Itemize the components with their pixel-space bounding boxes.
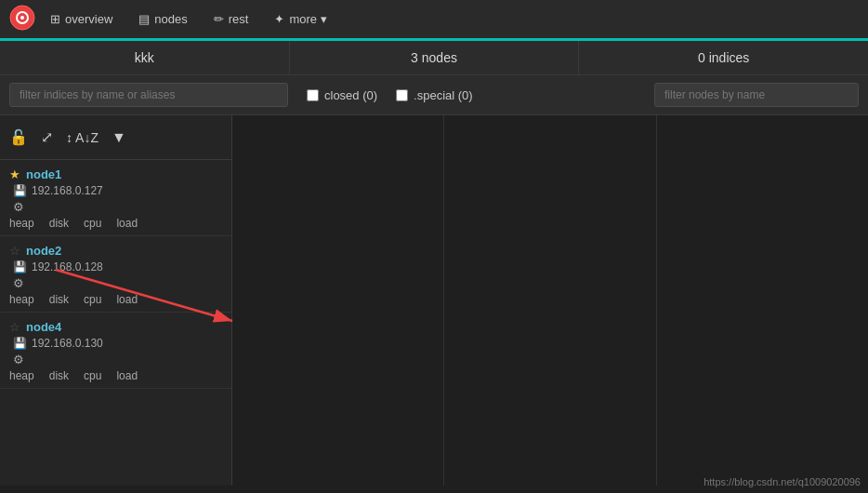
nodes-toolbar: 🔓 ⤢ ↕ A↓Z ▼: [0, 115, 231, 160]
node1-disk: disk: [49, 217, 69, 230]
node2-name[interactable]: node2: [26, 244, 61, 258]
node1-heap: heap: [9, 217, 34, 230]
special-label: .special (0): [414, 88, 473, 102]
node1-cpu: cpu: [84, 217, 101, 230]
node2-settings-icon: ⚙: [13, 276, 24, 290]
nodes-count: 3 nodes: [411, 50, 457, 65]
watermark: https://blog.csdn.net/q1009020096: [704, 476, 861, 487]
expand-icon[interactable]: ⤢: [41, 128, 53, 146]
summary-bar: kkk 3 nodes 0 indices: [0, 41, 868, 75]
node1-metrics: heap disk cpu load: [9, 217, 222, 230]
top-nav: ⊞ overview ▤ nodes ✏ rest ✦ more ▾: [0, 0, 868, 41]
node4-name[interactable]: node4: [26, 320, 61, 334]
node2-metrics: heap disk cpu load: [9, 293, 222, 306]
nav-more-label: more ▾: [289, 12, 326, 26]
disk-icon: 💾: [13, 260, 27, 273]
sort-az-icon[interactable]: ↕ A↓Z: [66, 130, 99, 145]
nav-rest[interactable]: ✏ rest: [203, 7, 260, 32]
nav-more[interactable]: ✦ more ▾: [263, 7, 337, 32]
node-row: ☆ node4 💾 192.168.0.130 ⚙ heap disk cpu …: [0, 313, 231, 389]
node2-load: load: [116, 293, 138, 306]
node4-disk: disk: [49, 369, 69, 382]
indices-panel: [232, 115, 868, 486]
closed-label: closed (0): [324, 88, 377, 102]
nav-overview[interactable]: ⊞ overview: [39, 7, 124, 32]
special-filter[interactable]: .special (0): [396, 88, 473, 102]
dropdown-icon[interactable]: ▼: [112, 129, 126, 146]
rest-icon: ✏: [214, 12, 224, 26]
nodes-icon: ⊞: [50, 12, 60, 26]
main-content: 🔓 ⤢ ↕ A↓Z ▼ ★ node1 💾 192.168.0.127 ⚙ he…: [0, 115, 868, 486]
indices-count-cell: 0 indices: [579, 41, 868, 74]
nav-nodes-label: nodes: [154, 12, 187, 26]
star-empty-icon[interactable]: ☆: [9, 320, 20, 334]
nav-rest-label: rest: [229, 12, 249, 26]
disk-icon: 💾: [13, 337, 27, 350]
filter-nodes-input[interactable]: [654, 83, 859, 107]
node2-heap: heap: [9, 293, 34, 306]
closed-checkbox[interactable]: [307, 89, 319, 101]
node1-ip: 192.168.0.127: [32, 184, 103, 197]
filter-bar: closed (0) .special (0): [0, 75, 868, 115]
grid-col-3: [657, 115, 868, 486]
lock-icon[interactable]: 🔓: [9, 128, 28, 146]
cluster-name: kkk: [135, 50, 154, 65]
grid-col-2: [444, 115, 656, 486]
nav-overview-label: overview: [65, 12, 112, 26]
disk-icon: 💾: [13, 184, 27, 197]
nav-logo: [9, 5, 35, 33]
nodes-panel: 🔓 ⤢ ↕ A↓Z ▼ ★ node1 💾 192.168.0.127 ⚙ he…: [0, 115, 232, 486]
node4-metrics: heap disk cpu load: [9, 369, 222, 382]
node1-settings-icon: ⚙: [13, 200, 24, 214]
node1-name[interactable]: node1: [26, 167, 61, 181]
node-row: ☆ node2 💾 192.168.0.128 ⚙ heap disk cpu …: [0, 236, 231, 313]
closed-filter[interactable]: closed (0): [307, 88, 377, 102]
node1-load: load: [116, 217, 138, 230]
node4-load: load: [116, 369, 138, 382]
cluster-name-cell: kkk: [0, 41, 290, 74]
node4-ip: 192.168.0.130: [32, 337, 103, 350]
nodes-list-icon: ▤: [138, 12, 150, 26]
grid-col-1: [232, 115, 444, 486]
filter-indices-input[interactable]: [9, 83, 288, 107]
node2-disk: disk: [49, 293, 69, 306]
node2-cpu: cpu: [84, 293, 101, 306]
nav-nodes[interactable]: ▤ nodes: [127, 7, 198, 32]
indices-count: 0 indices: [698, 50, 749, 65]
node2-ip: 192.168.0.128: [32, 260, 103, 273]
more-icon: ✦: [274, 12, 284, 26]
nodes-count-cell: 3 nodes: [290, 41, 580, 74]
node4-settings-icon: ⚙: [13, 353, 24, 366]
star-icon[interactable]: ★: [9, 167, 20, 181]
svg-point-2: [20, 16, 24, 20]
node-row: ★ node1 💾 192.168.0.127 ⚙ heap disk cpu …: [0, 160, 231, 236]
node4-heap: heap: [9, 369, 34, 382]
node4-cpu: cpu: [84, 369, 101, 382]
star-empty-icon[interactable]: ☆: [9, 244, 20, 258]
special-checkbox[interactable]: [396, 89, 408, 101]
